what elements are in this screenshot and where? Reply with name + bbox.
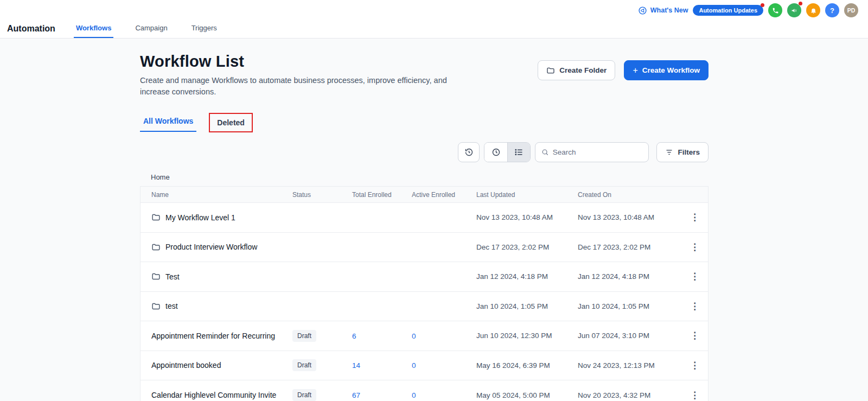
create-folder-button[interactable]: Create Folder <box>538 60 615 80</box>
row-name-link[interactable]: Appointment booked <box>151 361 292 370</box>
module-title: Automation <box>7 24 55 38</box>
tab-deleted[interactable]: Deleted <box>217 118 245 127</box>
row-menu-button[interactable]: ⋮ <box>682 390 708 401</box>
row-name: test <box>165 302 178 310</box>
table-row: test Jan 10 2024, 1:05 PM Jan 10 2024, 1… <box>141 292 708 322</box>
whats-new-link[interactable]: What's New <box>638 6 688 15</box>
search-box <box>535 142 649 162</box>
total-enrolled-link[interactable]: 6 <box>352 332 356 340</box>
row-name-link[interactable]: Test <box>151 272 292 281</box>
create-folder-label: Create Folder <box>559 66 607 74</box>
deleted-tab-annotation-box: Deleted <box>209 113 253 132</box>
row-menu-button[interactable]: ⋮ <box>682 212 708 223</box>
last-updated: Jan 10 2024, 1:05 PM <box>476 302 578 310</box>
last-updated: May 16 2024, 6:39 PM <box>476 361 578 370</box>
bell-icon <box>810 7 817 14</box>
folder-icon <box>546 66 555 75</box>
plus-icon: + <box>633 66 637 75</box>
list-icon <box>514 148 524 157</box>
clock-icon <box>492 148 501 157</box>
row-name-link[interactable]: test <box>151 302 292 311</box>
active-enrolled-link[interactable]: 0 <box>412 332 416 340</box>
search-icon <box>541 148 548 156</box>
notification-dot <box>761 3 764 7</box>
history-icon <box>464 148 474 157</box>
row-name-link[interactable]: Calendar Highlevel Community Invite <box>151 391 292 399</box>
row-name: Appointment Reminder for Recurring <box>151 332 275 340</box>
whats-new-icon <box>638 6 647 15</box>
search-input[interactable] <box>553 148 643 156</box>
history-button[interactable] <box>458 142 480 162</box>
list-toolbar: Filters <box>140 142 709 162</box>
folder-icon <box>151 302 161 311</box>
last-updated: Dec 17 2023, 2:02 PM <box>476 243 578 251</box>
row-name-link[interactable]: My Workflow Level 1 <box>151 213 292 222</box>
row-menu-button[interactable]: ⋮ <box>682 271 708 282</box>
page-subtitle: Create and manage Workflows to automate … <box>140 75 474 98</box>
table-header: Name Status Total Enrolled Active Enroll… <box>141 187 708 203</box>
row-name: My Workflow Level 1 <box>165 213 235 222</box>
phone-button[interactable] <box>768 3 782 17</box>
tab-all-workflows[interactable]: All Workflows <box>140 117 196 132</box>
status-badge: Draft <box>292 359 316 371</box>
tab-triggers[interactable]: Triggers <box>189 24 219 38</box>
notifications-button[interactable] <box>806 3 820 17</box>
folder-icon <box>151 213 161 222</box>
active-enrolled-link[interactable]: 0 <box>412 361 416 370</box>
col-total-enrolled: Total Enrolled <box>352 191 412 199</box>
table-row: Calendar Highlevel Community Invite Draf… <box>141 380 708 401</box>
row-name: Test <box>165 272 180 281</box>
top-bar: What's New Automation Updates ? PD <box>0 0 868 21</box>
last-updated: Nov 13 2023, 10:48 AM <box>476 213 578 221</box>
tab-workflows[interactable]: Workflows <box>74 24 114 38</box>
created-on: Nov 13 2023, 10:48 AM <box>578 213 682 221</box>
table-row: Appointment Reminder for Recurring Draft… <box>141 321 708 351</box>
created-on: Jan 12 2024, 4:18 PM <box>578 272 682 281</box>
folder-icon <box>151 243 161 252</box>
created-on: Nov 20 2023, 4:32 PM <box>578 391 682 399</box>
col-active-enrolled: Active Enrolled <box>412 191 476 199</box>
phone-icon <box>772 7 779 14</box>
tab-campaign[interactable]: Campaign <box>133 24 169 38</box>
table-row: Product Interview Workflow Dec 17 2023, … <box>141 233 708 263</box>
avatar-initials: PD <box>847 7 856 14</box>
list-view-button[interactable] <box>507 143 530 162</box>
active-enrolled-link[interactable]: 0 <box>412 391 416 399</box>
announcements-button[interactable] <box>787 3 801 17</box>
notification-dot <box>799 2 802 5</box>
avatar[interactable]: PD <box>844 3 858 17</box>
row-menu-button[interactable]: ⋮ <box>682 241 708 253</box>
whats-new-label: What's New <box>650 7 688 14</box>
table-row: Appointment booked Draft 14 0 May 16 202… <box>141 351 708 381</box>
last-updated: Jan 12 2024, 4:18 PM <box>476 272 578 281</box>
created-on: Jun 07 2024, 3:10 PM <box>578 332 682 340</box>
create-workflow-label: Create Workflow <box>642 66 700 74</box>
col-status: Status <box>292 191 352 199</box>
workflow-table: Name Status Total Enrolled Active Enroll… <box>140 186 709 401</box>
automation-updates-badge[interactable]: Automation Updates <box>693 5 763 16</box>
breadcrumb[interactable]: Home <box>140 173 709 181</box>
row-name-link[interactable]: Product Interview Workflow <box>151 243 292 252</box>
last-updated: Jun 10 2024, 12:30 PM <box>476 332 578 340</box>
timeline-view-button[interactable] <box>484 143 507 162</box>
total-enrolled-link[interactable]: 14 <box>352 361 360 370</box>
total-enrolled-link[interactable]: 67 <box>352 391 360 399</box>
created-on: Nov 24 2023, 12:13 PM <box>578 361 682 370</box>
row-menu-button[interactable]: ⋮ <box>682 360 708 371</box>
row-menu-button[interactable]: ⋮ <box>682 301 708 312</box>
table-row: Test Jan 12 2024, 4:18 PM Jan 12 2024, 4… <box>141 262 708 292</box>
row-name: Product Interview Workflow <box>165 243 257 251</box>
view-switcher <box>484 142 531 162</box>
row-name: Appointment booked <box>151 361 221 370</box>
filters-button[interactable]: Filters <box>656 142 709 162</box>
folder-icon <box>151 272 161 281</box>
col-name: Name <box>151 191 292 199</box>
header-actions: Create Folder + Create Workflow <box>538 60 709 80</box>
row-menu-button[interactable]: ⋮ <box>682 330 708 341</box>
page-header: Workflow List Create and manage Workflow… <box>140 53 474 98</box>
created-on: Dec 17 2023, 2:02 PM <box>578 243 682 251</box>
help-button[interactable]: ? <box>825 3 839 17</box>
create-workflow-button[interactable]: + Create Workflow <box>624 60 709 80</box>
row-name-link[interactable]: Appointment Reminder for Recurring <box>151 332 292 340</box>
col-last-updated: Last Updated <box>476 191 578 199</box>
